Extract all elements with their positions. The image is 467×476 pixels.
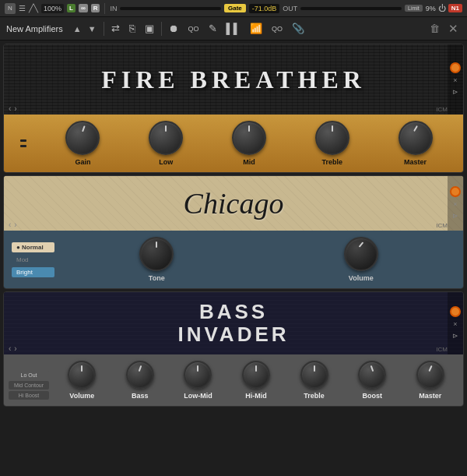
arrow-down-button[interactable]: ▼ [86, 23, 99, 35]
treble-knob[interactable] [315, 121, 349, 155]
mod-mode-button[interactable]: Mod [12, 255, 54, 265]
volume-knob-group: Volume [267, 237, 456, 282]
gain-knob-group: Gain [43, 121, 123, 166]
side-btn-1[interactable]: × [452, 76, 458, 85]
output-percent: 9% [426, 5, 436, 12]
bass-volume-knob[interactable] [68, 361, 96, 389]
toolbar-right: 🗑 ✕ [427, 20, 461, 37]
hi-boost-button[interactable]: Hi Boost [9, 391, 49, 400]
mid-contour-button[interactable]: Mid Contour [9, 381, 49, 390]
top-bar: N ☰ ╱╲ 100% L ∞ R IN Gate -71.0dB OUT Li… [0, 0, 467, 17]
app-logo: N [5, 3, 16, 14]
power-icon[interactable]: ⏻ [438, 4, 446, 12]
nav-right-icon[interactable]: › [14, 104, 16, 113]
chicago-side-btn-1[interactable]: × [452, 199, 458, 209]
close-button[interactable]: ✕ [446, 20, 461, 37]
bass-lowmid-group: Low-Mid [170, 361, 226, 400]
bass-master-group: Master [402, 361, 458, 400]
chicago-nav: ‹ › [9, 220, 17, 229]
copy-button[interactable]: ⎘ [127, 21, 138, 36]
bass-mode-panel: Lo Out Mid Contour Hi Boost [9, 371, 49, 400]
lo-out-button[interactable]: Lo Out [9, 371, 49, 379]
gain-knob[interactable] [65, 121, 100, 155]
bright-mode-button[interactable]: Bright [12, 267, 54, 277]
bass-lowmid-knob[interactable] [184, 361, 212, 389]
clip-button[interactable]: 📎 [290, 21, 307, 36]
zoom-percent[interactable]: 100% [41, 4, 64, 13]
gain-label: Gain [75, 158, 90, 166]
badge-r[interactable]: R [91, 4, 100, 12]
bass-power-button[interactable] [450, 306, 461, 317]
arrow-up-button[interactable]: ▲ [71, 23, 84, 35]
hamburger-icon[interactable]: ☰ [19, 4, 26, 12]
bass-volume-group: Volume [54, 361, 111, 400]
top-bar-right: 9% ⏻ N1 [426, 4, 462, 12]
chicago-header: Chicago × ⊳ ‹ › ICM [4, 176, 463, 231]
chart-button[interactable]: 📶 [248, 21, 265, 36]
bass-treble-knob[interactable] [300, 361, 328, 389]
bass-nav: ‹ › [9, 344, 17, 353]
bass-himid-knob[interactable] [242, 361, 270, 389]
toolbar: New Amplifiers ▲ ▼ ⇄ ⎘ ▣ ⏺ QO ✎ ▌▌ 📶 QO … [0, 17, 467, 41]
chicago-side-controls: × ⊳ [448, 176, 463, 231]
bass-lowmid-label: Low-Mid [184, 392, 212, 400]
tone-label: Tone [149, 274, 165, 282]
volume-knob[interactable] [344, 237, 378, 271]
eq2-button[interactable]: ▌▌ [224, 21, 243, 36]
chicago-icm: ICM [436, 222, 448, 229]
rec-button[interactable]: ⏺ [167, 21, 181, 36]
mid-knob[interactable] [232, 121, 266, 155]
low-knob[interactable] [149, 121, 183, 155]
separator [104, 3, 105, 14]
bass-master-knob[interactable] [416, 361, 444, 389]
main-content: FIRE BREATHER × ⊳ ‹ › ICM Gain [0, 41, 467, 476]
chicago-knobs: Tone Volume [62, 237, 455, 282]
limit-button[interactable]: Limit [405, 5, 423, 12]
bass-treble-label: Treble [304, 392, 325, 400]
bass-name: BASS INVADER [177, 301, 289, 345]
bass-controls: Lo Out Mid Contour Hi Boost Volume Bass [4, 354, 463, 406]
bass-nav-right[interactable]: › [14, 344, 16, 353]
mid-knob-group: Mid [209, 121, 290, 166]
fire-breather-amp: FIRE BREATHER × ⊳ ‹ › ICM Gain [3, 44, 464, 173]
chicago-nav-left[interactable]: ‹ [9, 220, 11, 229]
chicago-power-button[interactable] [450, 186, 461, 197]
nav-arrows: ▲ ▼ [71, 23, 99, 35]
bass-master-label: Master [419, 392, 441, 400]
bass-side-btn-2[interactable]: ⊳ [451, 331, 459, 340]
bass-boost-knob[interactable] [358, 361, 386, 389]
trash-button[interactable]: 🗑 [427, 21, 442, 36]
chicago-name: Chicago [184, 186, 284, 220]
fire-breather-controls: Gain Low Mid Treble [4, 115, 463, 172]
bass-invader-amp: BASS INVADER × ⊳ ‹ › ICM Lo Out Mid Cont… [3, 291, 464, 407]
treble-label: Treble [322, 158, 343, 166]
gate-button[interactable]: Gate [224, 4, 246, 12]
chicago-side-btn-2[interactable]: ⊳ [451, 211, 459, 220]
master-knob[interactable] [399, 121, 433, 155]
qo2-button[interactable]: QO [269, 23, 285, 34]
chicago-nav-right[interactable]: › [14, 220, 16, 229]
low-label: Low [159, 158, 173, 166]
save-button[interactable]: ▣ [142, 21, 156, 36]
out-label: OUT [283, 5, 297, 12]
pencil-button[interactable]: ✎ [206, 21, 219, 36]
ni-badge[interactable]: N1 [448, 4, 462, 12]
eq-button[interactable]: QO [186, 23, 202, 34]
power-button[interactable] [450, 62, 461, 73]
bass-side-btn-1[interactable]: × [452, 319, 458, 329]
nav-left-icon[interactable]: ‹ [9, 104, 11, 113]
badge-l[interactable]: L [67, 4, 75, 12]
normal-mode-button[interactable]: ● Normal [12, 242, 54, 252]
db-display: -71.0dB [249, 4, 280, 13]
side-btn-2[interactable]: ⊳ [451, 87, 459, 97]
tone-knob[interactable] [139, 237, 174, 271]
bass-bass-knob[interactable] [126, 361, 154, 389]
bass-volume-label: Volume [69, 392, 94, 400]
bass-treble-group: Treble [286, 361, 342, 400]
badge-m[interactable]: ∞ [79, 4, 88, 12]
shuffle-button[interactable]: ⇄ [109, 21, 122, 36]
output-meter [300, 7, 402, 10]
chicago-amp: Chicago × ⊳ ‹ › ICM ● Normal Mod Bright [3, 175, 464, 289]
bass-nav-left[interactable]: ‹ [9, 344, 11, 353]
bass-himid-label: Hi-Mid [245, 392, 267, 400]
